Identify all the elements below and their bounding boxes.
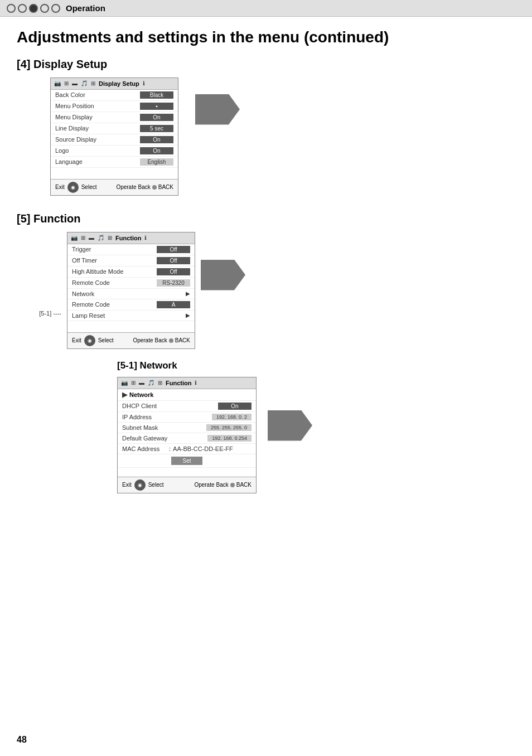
menu-row-language: Language English [51, 157, 178, 168]
step-2 [18, 4, 27, 13]
menu-icon-3: ▬ [72, 80, 78, 86]
step-3-active [29, 4, 38, 13]
label-subnet: Subnet Mask [122, 424, 158, 431]
footer51-right: Operate Back BACK [194, 482, 252, 488]
section-4-row: 📷 ⊞ ▬ 🎵 ⊞ Display Setup ℹ Back Color Bla… [50, 77, 515, 196]
network-header-row: ▶ Network [118, 389, 256, 401]
step-5 [51, 4, 60, 13]
arrow-right-icon: ▶ [122, 391, 127, 399]
select-label: Select [81, 184, 97, 190]
exit51-label: Exit [122, 482, 132, 488]
value-language: English [140, 158, 173, 166]
fmenu-title: Function [115, 235, 141, 241]
progress-indicator [7, 4, 60, 13]
operate-label: Operate [116, 184, 136, 190]
back-dot [152, 185, 157, 190]
menu-footer-51: Exit ◉ Select Operate Back BACK [118, 477, 256, 493]
spacer [51, 168, 178, 179]
menu-row-altitude: High Altitude Mode Off [67, 266, 195, 278]
fmenu-icon-info: ℹ [144, 235, 147, 241]
menu-icon-1: 📷 [54, 80, 61, 86]
label-sourcedisplay: Source Display [55, 136, 96, 143]
menu-row-remotecode2: Remote Code A [67, 299, 195, 311]
menu-row-sourcedisplay: Source Display On [51, 134, 178, 146]
label-menuposition: Menu Position [55, 103, 94, 109]
value-offtimer: Off [157, 257, 190, 264]
section-4-title: [4] Display Setup [17, 58, 515, 71]
top-bar-title: Operation [66, 3, 105, 13]
nmenu-icon-3: ▬ [139, 380, 144, 386]
back5-dot [169, 338, 173, 343]
label-lampreset: Lamp Reset [72, 312, 105, 319]
value-menudisplay: On [140, 114, 173, 121]
operate-circle-5: ◉ [84, 335, 95, 346]
label-offtimer: Off Timer [72, 257, 97, 264]
step-1 [7, 4, 16, 13]
menu-row-menudisplay: Menu Display On [51, 112, 178, 123]
label-menudisplay: Menu Display [55, 114, 93, 120]
label-altitude: High Altitude Mode [72, 268, 123, 275]
menu-row-offtimer: Off Timer Off [67, 255, 195, 266]
sub-section-title: [5-1] Network [117, 360, 515, 371]
menu-header: 📷 ⊞ ▬ 🎵 ⊞ Display Setup ℹ [51, 78, 178, 90]
menu-footer-5: Exit ◉ Select Operate Back BACK [67, 332, 195, 348]
menu-row-backcolor: Back Color Black [51, 90, 178, 101]
lampreset-arrow: ▶ [186, 312, 190, 318]
page-ref-4: P. 71 [195, 94, 240, 125]
fmenu-icon-3: ▬ [89, 235, 94, 241]
back51-label: Back [216, 482, 229, 488]
footer-left: Exit ◉ Select [55, 182, 96, 193]
nmenu-icon-2: ⊞ [131, 380, 136, 386]
back-label: Back [138, 184, 151, 190]
display-setup-menu: 📷 ⊞ ▬ 🎵 ⊞ Display Setup ℹ Back Color Bla… [50, 77, 178, 196]
menu-footer-4: Exit ◉ Select Operate Back BACK [51, 179, 178, 195]
label-backcolor: Back Color [55, 91, 85, 98]
menu-title: Display Setup [99, 80, 139, 87]
menu-row-ipaddress: IP Address 192. 168. 0. 2 [118, 412, 256, 423]
value-linedisplay: 5 sec [140, 125, 173, 132]
network-header-label: Network [129, 391, 153, 398]
menu-row-dhcp: DHCP Client On [118, 401, 256, 412]
page-number: 48 [17, 735, 27, 745]
network-menu: 📷 ⊞ ▬ 🎵 ⊞ Function ℹ ▶ Network DHCP [117, 377, 257, 493]
menu-row-trigger: Trigger Off [67, 244, 195, 255]
nmenu-icon-4: 🎵 [148, 380, 154, 386]
menu-row-subnet: Subnet Mask 255. 255. 255. 0 [118, 423, 256, 433]
network-arrow: ▶ [186, 290, 190, 297]
value-dhcp: On [218, 403, 252, 410]
select5-label: Select [98, 337, 114, 343]
menu-row-gateway: Default Gateway 192. 168. 0.254 [118, 433, 256, 444]
arrow-51: P. 73 [268, 410, 312, 441]
nmenu-title: Function [166, 380, 191, 386]
arrow-text-51: P. 73 [7, 420, 29, 432]
label-remotecode2: Remote Code [72, 301, 110, 308]
exit5-label: Exit [72, 337, 81, 343]
page-title: Adjustments and settings in the menu (co… [17, 28, 515, 47]
menu-header-51: 📷 ⊞ ▬ 🎵 ⊞ Function ℹ [118, 377, 256, 389]
section-5: [5] Function [5-1] ---- 📷 ⊞ ▬ 🎵 ⊞ Functi… [17, 212, 515, 493]
menu-row-network: Network ▶ [67, 289, 195, 299]
fmenu-icon-2: ⊞ [81, 235, 85, 241]
arrow-text-4: P. 71 [7, 104, 29, 115]
menu-row-mac: MAC Address : AA-BB-CC-DD-EE-FF [118, 444, 256, 454]
nmenu-icon-1: 📷 [121, 380, 128, 386]
footer51-left: Exit ◉ Select [122, 479, 163, 491]
menu-header-5: 📷 ⊞ ▬ 🎵 ⊞ Function ℹ [67, 232, 195, 244]
value-altitude: Off [157, 268, 190, 275]
sub-section-51-row: 📷 ⊞ ▬ 🎵 ⊞ Function ℹ ▶ Network DHCP [117, 377, 515, 493]
value-logo: On [140, 147, 173, 154]
value-trigger: Off [157, 246, 190, 253]
mac-colon: : [169, 445, 171, 452]
label-linedisplay: Line Display [55, 125, 89, 132]
operate5-label: Operate [133, 337, 153, 343]
arrow-5: P. 72 [201, 260, 245, 290]
label-logo: Logo [55, 147, 69, 154]
operate-circle: ◉ [67, 182, 79, 193]
set-button[interactable]: Set [171, 457, 202, 465]
section-4: [4] Display Setup 📷 ⊞ ▬ 🎵 ⊞ Display Setu… [17, 58, 515, 196]
value-gateway: 192. 168. 0.254 [207, 435, 252, 442]
section-5-title: [5] Function [17, 212, 515, 225]
label-remotecode: Remote Code [72, 279, 110, 286]
label-gateway: Default Gateway [122, 435, 167, 442]
arrow-text-5: P. 72 [7, 269, 29, 281]
